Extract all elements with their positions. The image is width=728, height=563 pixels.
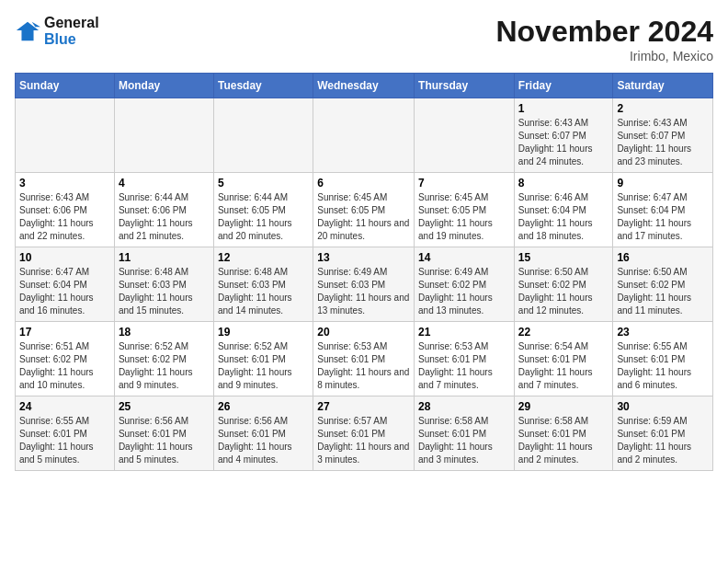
title-area: November 2024 Irimbo, Mexico (495, 15, 713, 63)
day-info: Sunrise: 6:47 AMSunset: 6:04 PMDaylight:… (19, 266, 110, 317)
day-header-tuesday: Tuesday (213, 74, 313, 98)
day-number: 18 (119, 326, 210, 339)
day-number: 17 (19, 326, 110, 339)
day-number: 16 (617, 251, 709, 264)
day-number: 2 (617, 102, 709, 115)
day-info: Sunrise: 6:48 AMSunset: 6:03 PMDaylight:… (218, 266, 309, 317)
calendar-cell (415, 98, 515, 173)
day-header-sunday: Sunday (16, 74, 115, 98)
day-number: 21 (418, 326, 510, 339)
calendar-cell: 29Sunrise: 6:58 AMSunset: 6:01 PMDayligh… (514, 396, 613, 471)
day-number: 25 (119, 400, 210, 413)
day-info: Sunrise: 6:47 AMSunset: 6:04 PMDaylight:… (617, 191, 709, 243)
calendar-cell: 30Sunrise: 6:59 AMSunset: 6:01 PMDayligh… (613, 396, 713, 471)
day-number: 28 (418, 400, 510, 413)
day-number: 30 (617, 400, 709, 413)
day-info: Sunrise: 6:59 AMSunset: 6:01 PMDaylight:… (617, 415, 709, 466)
day-info: Sunrise: 6:45 AMSunset: 6:05 PMDaylight:… (418, 191, 510, 243)
day-number: 20 (317, 326, 410, 339)
calendar-cell: 25Sunrise: 6:56 AMSunset: 6:01 PMDayligh… (114, 396, 213, 471)
calendar-cell: 19Sunrise: 6:52 AMSunset: 6:01 PMDayligh… (213, 322, 313, 396)
day-number: 22 (518, 326, 609, 339)
day-header-monday: Monday (114, 74, 213, 98)
day-info: Sunrise: 6:54 AMSunset: 6:01 PMDaylight:… (518, 340, 609, 392)
week-row-3: 17Sunrise: 6:51 AMSunset: 6:02 PMDayligh… (16, 322, 713, 396)
day-number: 23 (617, 326, 709, 339)
calendar-cell: 6Sunrise: 6:45 AMSunset: 6:05 PMDaylight… (313, 173, 415, 247)
day-info: Sunrise: 6:49 AMSunset: 6:03 PMDaylight:… (317, 266, 410, 317)
location: Irimbo, Mexico (495, 49, 713, 63)
day-info: Sunrise: 6:51 AMSunset: 6:02 PMDaylight:… (19, 340, 110, 392)
day-info: Sunrise: 6:55 AMSunset: 6:01 PMDaylight:… (19, 415, 110, 466)
day-number: 29 (518, 400, 609, 413)
calendar-cell: 10Sunrise: 6:47 AMSunset: 6:04 PMDayligh… (16, 247, 115, 322)
calendar-cell: 8Sunrise: 6:46 AMSunset: 6:04 PMDaylight… (514, 173, 613, 247)
day-info: Sunrise: 6:48 AMSunset: 6:03 PMDaylight:… (119, 266, 210, 317)
day-info: Sunrise: 6:56 AMSunset: 6:01 PMDaylight:… (218, 415, 309, 466)
day-info: Sunrise: 6:50 AMSunset: 6:02 PMDaylight:… (617, 266, 709, 317)
calendar-cell (213, 98, 313, 173)
calendar-cell: 27Sunrise: 6:57 AMSunset: 6:01 PMDayligh… (313, 396, 415, 471)
calendar-cell: 13Sunrise: 6:49 AMSunset: 6:03 PMDayligh… (313, 247, 415, 322)
week-row-1: 3Sunrise: 6:43 AMSunset: 6:06 PMDaylight… (16, 173, 713, 247)
calendar-body: 1Sunrise: 6:43 AMSunset: 6:07 PMDaylight… (16, 98, 713, 471)
calendar-table: SundayMondayTuesdayWednesdayThursdayFrid… (15, 73, 713, 471)
calendar-cell: 28Sunrise: 6:58 AMSunset: 6:01 PMDayligh… (415, 396, 515, 471)
day-info: Sunrise: 6:44 AMSunset: 6:06 PMDaylight:… (119, 191, 210, 243)
day-number: 9 (617, 177, 709, 190)
calendar-cell (313, 98, 415, 173)
day-header-saturday: Saturday (613, 74, 713, 98)
day-number: 8 (518, 177, 609, 190)
calendar-cell: 1Sunrise: 6:43 AMSunset: 6:07 PMDaylight… (514, 98, 613, 173)
day-header-thursday: Thursday (415, 74, 515, 98)
week-row-0: 1Sunrise: 6:43 AMSunset: 6:07 PMDaylight… (16, 98, 713, 173)
week-row-2: 10Sunrise: 6:47 AMSunset: 6:04 PMDayligh… (16, 247, 713, 322)
day-info: Sunrise: 6:56 AMSunset: 6:01 PMDaylight:… (119, 415, 210, 466)
day-info: Sunrise: 6:52 AMSunset: 6:02 PMDaylight:… (119, 340, 210, 392)
day-number: 13 (317, 251, 410, 264)
day-header-friday: Friday (514, 74, 613, 98)
day-info: Sunrise: 6:46 AMSunset: 6:04 PMDaylight:… (518, 191, 609, 243)
calendar-cell: 22Sunrise: 6:54 AMSunset: 6:01 PMDayligh… (514, 322, 613, 396)
calendar-cell: 3Sunrise: 6:43 AMSunset: 6:06 PMDaylight… (16, 173, 115, 247)
month-title: November 2024 (495, 15, 713, 49)
day-number: 4 (119, 177, 210, 190)
logo-text: General Blue (44, 15, 99, 47)
calendar-cell: 11Sunrise: 6:48 AMSunset: 6:03 PMDayligh… (114, 247, 213, 322)
day-info: Sunrise: 6:43 AMSunset: 6:06 PMDaylight:… (19, 191, 110, 243)
day-number: 24 (19, 400, 110, 413)
calendar-cell: 21Sunrise: 6:53 AMSunset: 6:01 PMDayligh… (415, 322, 515, 396)
calendar-cell: 18Sunrise: 6:52 AMSunset: 6:02 PMDayligh… (114, 322, 213, 396)
day-info: Sunrise: 6:45 AMSunset: 6:05 PMDaylight:… (317, 191, 410, 243)
calendar-cell: 5Sunrise: 6:44 AMSunset: 6:05 PMDaylight… (213, 173, 313, 247)
day-number: 10 (19, 251, 110, 264)
day-info: Sunrise: 6:53 AMSunset: 6:01 PMDaylight:… (418, 340, 510, 392)
logo: General Blue (15, 15, 99, 47)
calendar-cell: 2Sunrise: 6:43 AMSunset: 6:07 PMDaylight… (613, 98, 713, 173)
calendar-cell (16, 98, 115, 173)
calendar-cell: 26Sunrise: 6:56 AMSunset: 6:01 PMDayligh… (213, 396, 313, 471)
day-number: 26 (218, 400, 309, 413)
calendar-cell: 20Sunrise: 6:53 AMSunset: 6:01 PMDayligh… (313, 322, 415, 396)
week-row-4: 24Sunrise: 6:55 AMSunset: 6:01 PMDayligh… (16, 396, 713, 471)
day-info: Sunrise: 6:50 AMSunset: 6:02 PMDaylight:… (518, 266, 609, 317)
logo-icon (15, 18, 40, 44)
calendar-cell: 14Sunrise: 6:49 AMSunset: 6:02 PMDayligh… (415, 247, 515, 322)
calendar-cell: 4Sunrise: 6:44 AMSunset: 6:06 PMDaylight… (114, 173, 213, 247)
calendar-cell (114, 98, 213, 173)
calendar-cell: 7Sunrise: 6:45 AMSunset: 6:05 PMDaylight… (415, 173, 515, 247)
calendar-cell: 23Sunrise: 6:55 AMSunset: 6:01 PMDayligh… (613, 322, 713, 396)
day-info: Sunrise: 6:43 AMSunset: 6:07 PMDaylight:… (518, 117, 609, 168)
day-number: 15 (518, 251, 609, 264)
day-info: Sunrise: 6:52 AMSunset: 6:01 PMDaylight:… (218, 340, 309, 392)
day-number: 3 (19, 177, 110, 190)
day-number: 14 (418, 251, 510, 264)
day-number: 27 (317, 400, 410, 413)
day-info: Sunrise: 6:49 AMSunset: 6:02 PMDaylight:… (418, 266, 510, 317)
day-info: Sunrise: 6:43 AMSunset: 6:07 PMDaylight:… (617, 117, 709, 168)
day-number: 12 (218, 251, 309, 264)
day-info: Sunrise: 6:53 AMSunset: 6:01 PMDaylight:… (317, 340, 410, 392)
day-info: Sunrise: 6:55 AMSunset: 6:01 PMDaylight:… (617, 340, 709, 392)
day-info: Sunrise: 6:44 AMSunset: 6:05 PMDaylight:… (218, 191, 309, 243)
day-info: Sunrise: 6:57 AMSunset: 6:01 PMDaylight:… (317, 415, 410, 466)
